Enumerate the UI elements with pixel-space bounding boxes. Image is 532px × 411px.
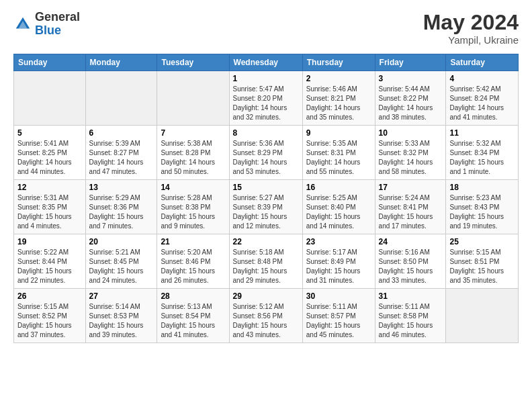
day-number: 17 <box>379 183 443 192</box>
calendar-table: SundayMondayTuesdayWednesdayThursdayFrid… <box>13 54 519 343</box>
header-day-monday: Monday <box>85 54 157 71</box>
day-cell: 26Sunrise: 5:15 AM Sunset: 8:52 PM Dayli… <box>14 289 86 343</box>
title-block: May 2024 Yampil, Ukraine <box>423 11 519 46</box>
day-info: Sunrise: 5:35 AM Sunset: 8:31 PM Dayligh… <box>306 139 371 177</box>
day-info: Sunrise: 5:24 AM Sunset: 8:41 PM Dayligh… <box>379 193 443 231</box>
logo: General Blue <box>13 11 80 38</box>
day-number: 10 <box>379 128 443 138</box>
day-info: Sunrise: 5:33 AM Sunset: 8:32 PM Dayligh… <box>379 139 443 177</box>
day-cell <box>85 71 157 126</box>
header-day-saturday: Saturday <box>446 54 519 71</box>
day-info: Sunrise: 5:15 AM Sunset: 8:51 PM Dayligh… <box>449 248 515 285</box>
week-row-3: 12Sunrise: 5:31 AM Sunset: 8:35 PM Dayli… <box>14 180 519 234</box>
week-row-5: 26Sunrise: 5:15 AM Sunset: 8:52 PM Dayli… <box>14 289 519 343</box>
day-info: Sunrise: 5:11 AM Sunset: 8:58 PM Dayligh… <box>379 302 443 340</box>
day-number: 12 <box>17 183 82 192</box>
logo-blue-text: Blue <box>35 24 80 38</box>
day-info: Sunrise: 5:15 AM Sunset: 8:52 PM Dayligh… <box>17 302 82 340</box>
day-info: Sunrise: 5:32 AM Sunset: 8:34 PM Dayligh… <box>449 139 515 177</box>
day-cell: 5Sunrise: 5:41 AM Sunset: 8:25 PM Daylig… <box>14 126 86 180</box>
day-cell: 29Sunrise: 5:12 AM Sunset: 8:56 PM Dayli… <box>229 289 302 343</box>
day-cell: 21Sunrise: 5:20 AM Sunset: 8:46 PM Dayli… <box>157 234 229 289</box>
day-info: Sunrise: 5:11 AM Sunset: 8:57 PM Dayligh… <box>306 302 371 340</box>
day-cell: 17Sunrise: 5:24 AM Sunset: 8:41 PM Dayli… <box>375 180 446 234</box>
day-number: 6 <box>89 128 154 138</box>
day-info: Sunrise: 5:47 AM Sunset: 8:20 PM Dayligh… <box>233 85 299 122</box>
day-cell: 6Sunrise: 5:39 AM Sunset: 8:27 PM Daylig… <box>85 126 157 180</box>
day-cell: 31Sunrise: 5:11 AM Sunset: 8:58 PM Dayli… <box>375 289 446 343</box>
day-info: Sunrise: 5:20 AM Sunset: 8:46 PM Dayligh… <box>161 248 225 285</box>
day-number: 29 <box>233 291 299 301</box>
day-number: 14 <box>161 183 225 192</box>
day-number: 23 <box>306 237 371 246</box>
day-cell: 1Sunrise: 5:47 AM Sunset: 8:20 PM Daylig… <box>229 71 302 126</box>
day-number: 20 <box>89 237 154 246</box>
header-day-tuesday: Tuesday <box>157 54 229 71</box>
day-cell: 27Sunrise: 5:14 AM Sunset: 8:53 PM Dayli… <box>85 289 157 343</box>
day-cell: 7Sunrise: 5:38 AM Sunset: 8:28 PM Daylig… <box>157 126 229 180</box>
day-number: 28 <box>161 291 225 301</box>
day-info: Sunrise: 5:25 AM Sunset: 8:40 PM Dayligh… <box>306 193 371 231</box>
header-day-friday: Friday <box>375 54 446 71</box>
day-number: 25 <box>449 237 515 246</box>
day-cell: 22Sunrise: 5:18 AM Sunset: 8:48 PM Dayli… <box>229 234 302 289</box>
day-info: Sunrise: 5:39 AM Sunset: 8:27 PM Dayligh… <box>89 139 154 177</box>
day-cell: 9Sunrise: 5:35 AM Sunset: 8:31 PM Daylig… <box>302 126 375 180</box>
day-cell: 4Sunrise: 5:42 AM Sunset: 8:24 PM Daylig… <box>446 71 519 126</box>
day-cell: 20Sunrise: 5:21 AM Sunset: 8:45 PM Dayli… <box>85 234 157 289</box>
day-info: Sunrise: 5:42 AM Sunset: 8:24 PM Dayligh… <box>449 85 515 122</box>
day-cell: 24Sunrise: 5:16 AM Sunset: 8:50 PM Dayli… <box>375 234 446 289</box>
day-info: Sunrise: 5:44 AM Sunset: 8:22 PM Dayligh… <box>379 85 443 122</box>
logo-text: General Blue <box>35 11 80 38</box>
day-number: 21 <box>161 237 225 246</box>
day-cell: 3Sunrise: 5:44 AM Sunset: 8:22 PM Daylig… <box>375 71 446 126</box>
day-info: Sunrise: 5:16 AM Sunset: 8:50 PM Dayligh… <box>379 248 443 285</box>
day-number: 2 <box>306 74 371 83</box>
day-cell: 14Sunrise: 5:28 AM Sunset: 8:38 PM Dayli… <box>157 180 229 234</box>
day-cell: 18Sunrise: 5:23 AM Sunset: 8:43 PM Dayli… <box>446 180 519 234</box>
day-number: 4 <box>449 74 515 83</box>
day-cell: 16Sunrise: 5:25 AM Sunset: 8:40 PM Dayli… <box>302 180 375 234</box>
logo-general-text: General <box>35 11 80 24</box>
day-cell: 8Sunrise: 5:36 AM Sunset: 8:29 PM Daylig… <box>229 126 302 180</box>
day-info: Sunrise: 5:13 AM Sunset: 8:54 PM Dayligh… <box>161 302 225 340</box>
day-info: Sunrise: 5:27 AM Sunset: 8:39 PM Dayligh… <box>233 193 299 231</box>
day-info: Sunrise: 5:18 AM Sunset: 8:48 PM Dayligh… <box>233 248 299 285</box>
day-number: 1 <box>233 74 299 83</box>
day-cell: 13Sunrise: 5:29 AM Sunset: 8:36 PM Dayli… <box>85 180 157 234</box>
day-number: 26 <box>17 291 82 301</box>
day-number: 24 <box>379 237 443 246</box>
day-cell <box>14 71 86 126</box>
header-day-thursday: Thursday <box>302 54 375 71</box>
day-info: Sunrise: 5:14 AM Sunset: 8:53 PM Dayligh… <box>89 302 154 340</box>
header-day-sunday: Sunday <box>14 54 86 71</box>
page: General Blue May 2024 Yampil, Ukraine Su… <box>0 0 532 350</box>
day-number: 9 <box>306 128 371 138</box>
day-number: 27 <box>89 291 154 301</box>
day-info: Sunrise: 5:22 AM Sunset: 8:44 PM Dayligh… <box>17 248 82 285</box>
day-number: 3 <box>379 74 443 83</box>
day-info: Sunrise: 5:29 AM Sunset: 8:36 PM Dayligh… <box>89 193 154 231</box>
day-cell: 30Sunrise: 5:11 AM Sunset: 8:57 PM Dayli… <box>302 289 375 343</box>
day-cell: 10Sunrise: 5:33 AM Sunset: 8:32 PM Dayli… <box>375 126 446 180</box>
day-number: 22 <box>233 237 299 246</box>
header-row: SundayMondayTuesdayWednesdayThursdayFrid… <box>14 54 519 71</box>
day-cell: 28Sunrise: 5:13 AM Sunset: 8:54 PM Dayli… <box>157 289 229 343</box>
header: General Blue May 2024 Yampil, Ukraine <box>13 11 519 46</box>
day-number: 11 <box>449 128 515 138</box>
week-row-1: 1Sunrise: 5:47 AM Sunset: 8:20 PM Daylig… <box>14 71 519 126</box>
day-info: Sunrise: 5:12 AM Sunset: 8:56 PM Dayligh… <box>233 302 299 340</box>
day-info: Sunrise: 5:46 AM Sunset: 8:21 PM Dayligh… <box>306 85 371 122</box>
day-info: Sunrise: 5:41 AM Sunset: 8:25 PM Dayligh… <box>17 139 82 177</box>
week-row-4: 19Sunrise: 5:22 AM Sunset: 8:44 PM Dayli… <box>14 234 519 289</box>
day-cell: 2Sunrise: 5:46 AM Sunset: 8:21 PM Daylig… <box>302 71 375 126</box>
logo-icon <box>13 15 32 34</box>
day-info: Sunrise: 5:31 AM Sunset: 8:35 PM Dayligh… <box>17 193 82 231</box>
day-number: 15 <box>233 183 299 192</box>
day-number: 8 <box>233 128 299 138</box>
day-number: 19 <box>17 237 82 246</box>
day-info: Sunrise: 5:38 AM Sunset: 8:28 PM Dayligh… <box>161 139 225 177</box>
day-cell: 19Sunrise: 5:22 AM Sunset: 8:44 PM Dayli… <box>14 234 86 289</box>
day-info: Sunrise: 5:23 AM Sunset: 8:43 PM Dayligh… <box>449 193 515 231</box>
day-number: 7 <box>161 128 225 138</box>
